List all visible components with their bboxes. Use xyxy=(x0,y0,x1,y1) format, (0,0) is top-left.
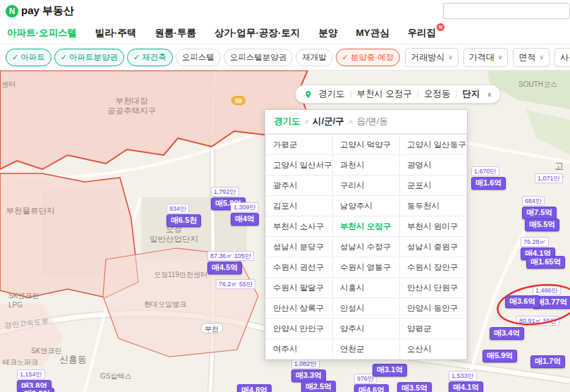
loc-complex[interactable]: 단지 xyxy=(462,88,480,100)
loc-city[interactable]: 부천시 오정구 xyxy=(357,88,412,100)
filter-dropdown-거래방식[interactable]: 거래방식∨ xyxy=(405,48,459,67)
nav-tab-우리집[interactable]: 우리집N xyxy=(408,27,437,39)
region-cell-고양시 일산동구[interactable]: 고양시 일산동구 xyxy=(400,135,467,155)
marker-price-label: 매3.6억 xyxy=(505,295,540,308)
region-cell-가평군[interactable]: 가평군 xyxy=(266,135,333,155)
region-cell-안양시 만안구[interactable]: 안양시 만안구 xyxy=(266,319,333,339)
price-marker[interactable]: 매5.5억 xyxy=(525,219,559,231)
region-cell-구리시[interactable]: 구리시 xyxy=(333,176,400,196)
price-marker[interactable]: 매3.6억 xyxy=(505,295,540,308)
filter-bar: ✓아파트✓아파트분양권✓재건축오피스텔오피스텔분양권재개발✓분양중·예정거래방식… xyxy=(0,44,570,71)
nav-tab-원룸·투룸[interactable]: 원룸·투룸 xyxy=(155,27,197,39)
region-cell-고양시 일산서구[interactable]: 고양시 일산서구 xyxy=(266,155,333,176)
region-cell-동두천시[interactable]: 동두천시 xyxy=(400,196,467,216)
marker-price-label: 매7.5억 xyxy=(522,207,557,219)
marker-sub-label: 1,670만 xyxy=(471,166,499,176)
filter-chip-분양중·예정[interactable]: ✓분양중·예정 xyxy=(336,49,401,66)
price-marker[interactable]: 매3.4억 xyxy=(490,327,524,340)
chevron-up-icon[interactable]: ∧ xyxy=(487,91,492,98)
region-cell-부천시 소사구[interactable]: 부천시 소사구 xyxy=(266,216,333,237)
chip-label: 아파트분양권 xyxy=(69,52,118,63)
marker-sub-label: 1,792만 xyxy=(211,187,239,197)
nav-tab-빌라·주택[interactable]: 빌라·주택 xyxy=(95,27,137,39)
crumb-sigungu[interactable]: 시/군/구 xyxy=(313,116,344,128)
filter-chip-아파트분양권[interactable]: ✓아파트분양권 xyxy=(54,49,124,66)
price-marker[interactable]: 1,533만매4.1억 xyxy=(449,371,483,392)
region-cell-광주시[interactable]: 광주시 xyxy=(266,176,333,196)
region-cell-성남시 수정구[interactable]: 성남시 수정구 xyxy=(333,237,400,257)
price-marker[interactable]: 934만매6.5천 xyxy=(166,204,201,227)
region-cell-부천시 원미구[interactable]: 부천시 원미구 xyxy=(400,216,467,237)
filter-dropdown-가격대[interactable]: 가격대∨ xyxy=(463,48,509,67)
price-marker[interactable]: 매5.9억 xyxy=(483,350,517,362)
region-cell-과천시[interactable]: 과천시 xyxy=(333,155,400,176)
region-cell-부천시 오정구[interactable]: 부천시 오정구 xyxy=(333,216,400,237)
price-marker[interactable]: 87.36㎡ 105만매4.5억 xyxy=(207,251,254,274)
region-cell-고양시 덕양구[interactable]: 고양시 덕양구 xyxy=(333,135,400,155)
marker-price-label: 매4.8억 xyxy=(237,384,272,392)
nav-tab-아파트·오피스텔[interactable]: 아파트·오피스텔 xyxy=(7,27,77,39)
map-label-현대오일뱅크: 현대오일뱅크 xyxy=(144,300,186,310)
nav-tab-상가·업무·공장·토지[interactable]: 상가·업무·공장·토지 xyxy=(214,27,301,39)
region-cell-안산시 단원구[interactable]: 안산시 단원구 xyxy=(400,278,467,298)
price-marker[interactable]: 매2.5억 xyxy=(301,381,336,392)
filter-chip-오피스텔분양권[interactable]: 오피스텔분양권 xyxy=(224,49,293,66)
region-cell-오산시[interactable]: 오산시 xyxy=(400,339,467,360)
nav-tab-분양[interactable]: 분양 xyxy=(319,27,338,39)
price-marker[interactable]: 매3.5억 xyxy=(397,382,432,392)
crumb-province[interactable]: 경기도 xyxy=(274,116,301,128)
marker-sub-label: 1,533만 xyxy=(449,371,477,381)
marker-price-label: 매2.5억 xyxy=(301,381,336,392)
price-marker[interactable]: 1,082만매3.3억 xyxy=(291,359,326,382)
loc-dong[interactable]: 오정동 xyxy=(424,88,451,100)
table-row: 광주시구리시군포시 xyxy=(266,176,467,196)
region-cell-안성시[interactable]: 안성시 xyxy=(333,298,400,319)
marker-sub-label: 87.36㎡ 105만 xyxy=(207,251,254,261)
price-marker[interactable]: 76.2㎡ 55만 xyxy=(216,279,255,290)
region-cell-성남시 중원구[interactable]: 성남시 중원구 xyxy=(400,237,467,257)
region-cell-연천군[interactable]: 연천군 xyxy=(333,339,400,360)
filter-dropdown-사용승인일[interactable]: 사용승인일∨ xyxy=(554,48,570,67)
chevron-right-icon: > xyxy=(305,118,309,125)
filter-chip-재개발[interactable]: 재개발 xyxy=(296,49,333,66)
nav-tab-MY관심[interactable]: MY관심 xyxy=(356,27,389,39)
price-marker[interactable]: 매1.7억 xyxy=(530,355,565,368)
price-marker[interactable]: 매1.65억 xyxy=(526,256,565,269)
crumb-dong[interactable]: 읍/면/동 xyxy=(357,116,388,128)
region-cell-안양시 동안구[interactable]: 안양시 동안구 xyxy=(400,298,467,319)
region-cell-수원시 권선구[interactable]: 수원시 권선구 xyxy=(266,257,333,278)
loc-province[interactable]: 경기도 xyxy=(318,88,345,100)
region-cell-군포시[interactable]: 군포시 xyxy=(400,176,467,196)
region-cell-수원시 영통구[interactable]: 수원시 영통구 xyxy=(333,257,400,278)
price-marker[interactable]: 매3.1억 xyxy=(372,364,407,376)
filter-chip-재건축[interactable]: ✓재건축 xyxy=(127,49,173,66)
region-cell-수원시 장안구[interactable]: 수원시 장안구 xyxy=(400,257,467,278)
marker-price-label: 매3.1억 xyxy=(372,364,407,376)
region-cell-안산시 상록구[interactable]: 안산시 상록구 xyxy=(266,298,333,319)
region-cell-양평군[interactable]: 양평군 xyxy=(400,319,467,339)
region-cell-양주시[interactable]: 양주시 xyxy=(333,319,400,339)
price-marker[interactable]: 684만매7.5억 xyxy=(522,196,557,219)
map-label-테크노파크: 테크노파크 xyxy=(3,358,38,367)
price-marker[interactable]: 1,071만 xyxy=(535,173,563,184)
region-cell-남양주시[interactable]: 남양주시 xyxy=(333,196,400,216)
price-marker[interactable]: 80.91㎡ 55만 xyxy=(516,316,559,326)
location-breadcrumb-pill[interactable]: 경기도 부천시 오정구 오정동 단지 ∧ xyxy=(295,85,501,104)
region-cell-성남시 분당구[interactable]: 성남시 분당구 xyxy=(266,237,333,257)
search-input[interactable] xyxy=(443,3,570,19)
price-marker[interactable]: 매4.8억 xyxy=(237,384,272,392)
filter-chip-아파트[interactable]: ✓아파트 xyxy=(6,49,51,66)
region-cell-김포시[interactable]: 김포시 xyxy=(266,196,333,216)
region-cell-시흥시[interactable]: 시흥시 xyxy=(333,278,400,298)
region-cell-광명시[interactable]: 광명시 xyxy=(400,155,467,176)
npay-logo[interactable]: N pay 부동산 xyxy=(6,4,74,18)
region-cell-수원시 팔달구[interactable]: 수원시 팔달구 xyxy=(266,278,333,298)
region-cell-여주시[interactable]: 여주시 xyxy=(266,339,333,360)
price-marker[interactable]: 매2.6억 xyxy=(20,388,54,392)
map-label-SK엔크린: SK엔크린 xyxy=(31,347,61,356)
filter-chip-오피스텔[interactable]: 오피스텔 xyxy=(176,49,221,66)
filter-dropdown-면적[interactable]: 면적∨ xyxy=(513,48,550,67)
price-marker[interactable]: 1,309만매4억 xyxy=(231,202,259,226)
price-marker[interactable]: 1,670만매1.6억 xyxy=(471,166,506,190)
map-canvas[interactable]: 센터부천대장 공공주택지구SOUTH코스고강부천물류단지오정 일반산업단지오정1… xyxy=(0,71,570,392)
